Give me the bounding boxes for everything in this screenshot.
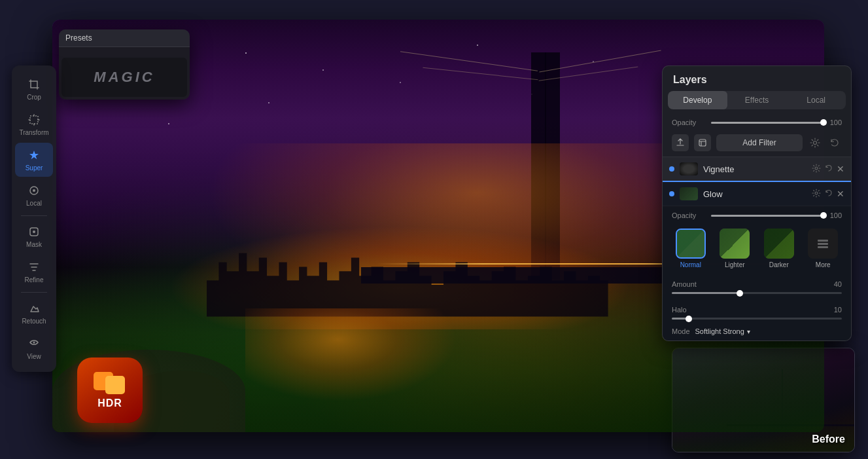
tab-develop[interactable]: Develop	[668, 91, 727, 109]
presets-header: Presets	[59, 29, 190, 47]
amount-fill	[672, 292, 740, 294]
glow-opacity-fill	[711, 215, 824, 217]
super-label: Super	[26, 164, 43, 172]
amount-label-row: Amount 40	[672, 280, 842, 288]
vignette-thumb	[680, 162, 698, 175]
amount-row: Amount 40	[663, 278, 851, 297]
vignette-gear-icon[interactable]	[812, 164, 821, 175]
opacity-value: 100	[830, 119, 842, 126]
undo-icon-btn[interactable]	[827, 136, 842, 150]
share-icon-btn[interactable]	[672, 134, 689, 151]
toolbar-item-super[interactable]: Super	[15, 143, 53, 177]
svg-point-4	[33, 342, 35, 344]
svg-point-8	[815, 192, 818, 194]
toolbar-item-crop[interactable]: Crop	[15, 72, 53, 106]
svg-point-6	[814, 141, 817, 145]
vignette-controls: ✕	[812, 164, 844, 175]
blend-mode-darker[interactable]: Darker	[759, 229, 799, 268]
layer-glow[interactable]: Glow ✕	[663, 181, 851, 206]
toolbar-item-view[interactable]: View	[15, 331, 53, 365]
amount-label: Amount	[672, 280, 697, 288]
star	[168, 123, 169, 124]
blend-lighter-icon	[720, 229, 750, 259]
crop-label: Crop	[27, 94, 41, 101]
toolbar-item-local[interactable]: Local	[15, 178, 53, 212]
hdr-squares-icon	[94, 372, 126, 395]
left-toolbar: Crop Transform Super Local	[12, 65, 56, 372]
glow-opacity-label: Opacity	[672, 211, 704, 219]
layer-vignette[interactable]: Vignette ✕	[663, 156, 851, 181]
local-icon	[27, 183, 41, 198]
layers-title: Layers	[663, 66, 851, 91]
preset-magic[interactable]: MAGIC	[61, 58, 187, 97]
toolbar-divider2	[21, 292, 47, 293]
amount-slider[interactable]	[672, 292, 842, 294]
super-icon	[27, 148, 41, 162]
layers-thumb-icon-btn[interactable]	[694, 134, 711, 151]
toolbar-item-retouch[interactable]: Retouch	[15, 296, 53, 330]
crop-icon	[27, 77, 41, 92]
blend-mode-normal[interactable]: Normal	[670, 229, 711, 268]
opacity-slider[interactable]	[711, 122, 824, 124]
view-icon	[27, 337, 41, 351]
add-filter-row: Add Filter	[663, 129, 851, 156]
star	[322, 69, 324, 71]
mode-label: Mode	[672, 327, 690, 335]
transform-icon	[27, 113, 41, 127]
blend-normal-label: Normal	[680, 261, 701, 268]
retouch-icon	[27, 301, 41, 316]
glow-close-icon[interactable]: ✕	[837, 189, 844, 199]
svg-rect-10	[818, 243, 828, 245]
refine-icon	[27, 260, 41, 274]
toolbar-divider	[21, 215, 47, 216]
glow-opacity-row: Opacity 100	[663, 206, 851, 222]
hdr-text: HDR	[97, 397, 122, 409]
blend-mode-more[interactable]: More	[803, 229, 844, 268]
mask-icon	[27, 225, 41, 239]
presets-grid: Architecture Artistic Black & White	[59, 47, 190, 100]
vignette-name: Vignette	[703, 164, 807, 174]
blend-mode-lighter[interactable]: Lighter	[715, 229, 755, 268]
hdr-square-front	[105, 376, 125, 394]
layers-panel: Layers Develop Effects Local Opacity 100…	[662, 65, 852, 341]
opacity-thumb	[820, 119, 827, 126]
halo-value: 10	[834, 306, 842, 314]
vignette-undo-icon[interactable]	[825, 164, 833, 174]
layer-dot-glow	[669, 191, 674, 196]
layer-dot-vignette	[669, 166, 674, 172]
preset-magic-text: MAGIC	[94, 69, 154, 86]
refine-label: Refine	[25, 276, 44, 284]
halo-label-row: Halo 10	[672, 306, 842, 314]
glow-thumb	[680, 187, 698, 200]
glow-undo-icon[interactable]	[825, 189, 833, 199]
blend-more-icon	[808, 229, 838, 259]
svg-rect-9	[818, 240, 828, 242]
opacity-row: Opacity 100	[663, 116, 851, 129]
transform-label: Transform	[19, 129, 48, 136]
halo-slider[interactable]	[672, 318, 842, 320]
settings-gear-icon[interactable]	[808, 136, 822, 150]
blend-normal-icon	[676, 229, 706, 259]
amount-thumb	[737, 290, 743, 297]
layers-tabs: Develop Effects Local	[668, 91, 846, 109]
add-filter-button[interactable]: Add Filter	[716, 134, 803, 151]
tab-effects[interactable]: Effects	[727, 91, 787, 109]
mode-row: Mode Softlight Strong ▾	[663, 322, 851, 340]
halo-thumb	[686, 316, 692, 322]
svg-rect-0	[30, 116, 38, 124]
glow-controls: ✕	[812, 189, 844, 200]
tab-local[interactable]: Local	[786, 91, 846, 109]
halo-row: Halo 10	[663, 303, 851, 322]
svg-point-7	[815, 167, 818, 170]
toolbar-item-refine[interactable]: Refine	[15, 255, 53, 289]
glow-gear-icon[interactable]	[812, 189, 821, 200]
mode-dropdown[interactable]: Softlight Strong ▾	[695, 327, 750, 335]
halo-label: Halo	[672, 306, 687, 314]
vignette-close-icon[interactable]: ✕	[837, 164, 844, 174]
hdr-badge: HDR	[77, 358, 143, 423]
toolbar-item-transform[interactable]: Transform	[15, 107, 53, 141]
opacity-fill	[711, 122, 824, 124]
glow-opacity-slider[interactable]	[711, 215, 824, 217]
mode-value-text: Softlight Strong	[695, 327, 744, 335]
toolbar-item-mask[interactable]: Mask	[15, 219, 53, 253]
